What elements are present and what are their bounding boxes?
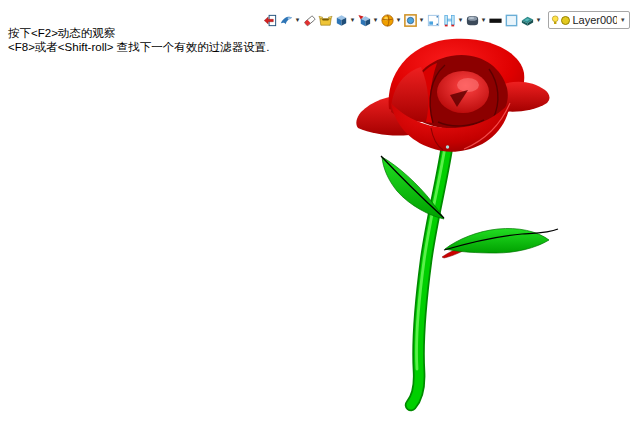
open-box-icon[interactable] xyxy=(317,12,333,28)
exit-icon[interactable] xyxy=(262,12,278,28)
publish-dropdown-arrow[interactable]: ▾ xyxy=(294,12,301,28)
hint-line-1: 按下<F2>动态的观察 xyxy=(8,26,269,40)
rose-render xyxy=(340,25,580,420)
visual-style-icon[interactable] xyxy=(519,12,535,28)
render-toolbar: ▾ ▾ ▾ ▾ xyxy=(262,11,630,29)
drawing-canvas[interactable] xyxy=(0,0,644,430)
rose-leaf-right xyxy=(444,228,558,253)
cube-red-icon[interactable] xyxy=(356,12,372,28)
layer-combo-dropdown-arrow[interactable]: ▾ xyxy=(619,16,627,24)
layer-color-swatch xyxy=(561,16,570,25)
publish-icon[interactable] xyxy=(278,12,294,28)
hint-line-2: <F8>或者<Shift-roll> 查找下一个有效的过滤器设置. xyxy=(8,40,269,54)
layer-name: Layer0000 xyxy=(572,14,616,26)
cad-viewport-window: 按下<F2>动态的观察 <F8>或者<Shift-roll> 查找下一个有效的过… xyxy=(0,0,644,430)
visual-style-dropdown-arrow[interactable]: ▾ xyxy=(535,12,542,28)
lineweight-icon[interactable] xyxy=(487,12,503,28)
lens-icon[interactable] xyxy=(402,12,418,28)
cube-icon[interactable] xyxy=(333,12,349,28)
lens-dropdown-arrow[interactable]: ▾ xyxy=(418,12,425,28)
shaded-sphere-icon[interactable] xyxy=(464,12,480,28)
cube-red-dropdown-arrow[interactable]: ▾ xyxy=(372,12,379,28)
command-hints: 按下<F2>动态的观察 <F8>或者<Shift-roll> 查找下一个有效的过… xyxy=(8,26,269,54)
wheel-dropdown-arrow[interactable]: ▾ xyxy=(395,12,402,28)
lightbulb-icon xyxy=(551,14,559,27)
rose-bloom xyxy=(356,39,549,152)
layer-combo[interactable]: Layer0000 ▾ xyxy=(548,11,630,29)
wheel-icon[interactable] xyxy=(379,12,395,28)
shaded-sphere-dropdown-arrow[interactable]: ▾ xyxy=(480,12,487,28)
h-section-icon[interactable] xyxy=(441,12,457,28)
h-section-dropdown-arrow[interactable]: ▾ xyxy=(457,12,464,28)
eraser-icon[interactable] xyxy=(301,12,317,28)
frame-icon[interactable] xyxy=(503,12,519,28)
cube-dropdown-arrow[interactable]: ▾ xyxy=(349,12,356,28)
viewport-icon[interactable] xyxy=(425,12,441,28)
